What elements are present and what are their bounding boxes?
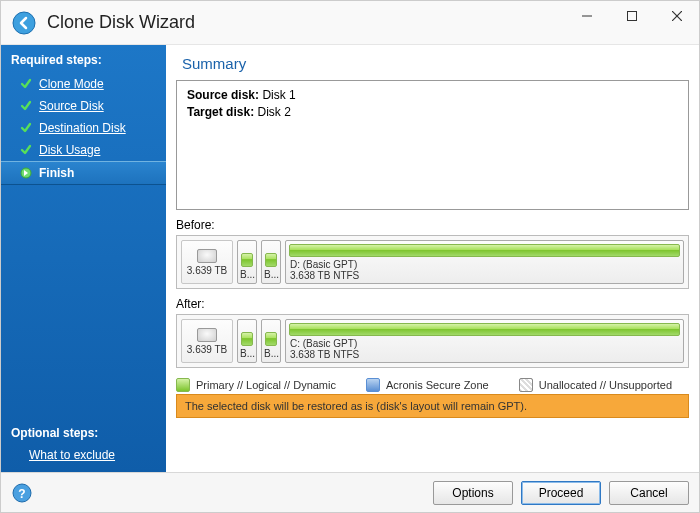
main-content: Summary Source disk: Disk 1 Target disk:… [166, 45, 699, 472]
help-button[interactable]: ? [11, 482, 33, 504]
what-to-exclude-link[interactable]: What to exclude [1, 444, 166, 472]
notice-bar: The selected disk will be restored as is… [176, 394, 689, 418]
check-icon [19, 121, 33, 135]
after-label: After: [176, 297, 689, 311]
required-steps-label: Required steps: [1, 45, 166, 73]
disk-icon[interactable]: 3.639 TB [181, 319, 233, 363]
partition[interactable]: B... [261, 319, 281, 363]
unallocated-swatch-icon [519, 378, 533, 392]
step-destination-disk[interactable]: Destination Disk [1, 117, 166, 139]
optional-steps-label: Optional steps: [1, 418, 166, 444]
step-label: Disk Usage [39, 143, 100, 157]
bottom-bar: ? Options Proceed Cancel [1, 472, 699, 512]
step-clone-mode[interactable]: Clone Mode [1, 73, 166, 95]
step-finish[interactable]: Finish [1, 161, 166, 185]
before-disk-row: 3.639 TB B... B... D: (Basic GPT) 3.638 … [176, 235, 689, 289]
legend-primary: Primary // Logical // Dynamic [176, 378, 336, 392]
before-label: Before: [176, 218, 689, 232]
window-controls [564, 1, 699, 31]
check-icon [19, 99, 33, 113]
legend: Primary // Logical // Dynamic Acronis Se… [176, 378, 689, 392]
step-label: Clone Mode [39, 77, 104, 91]
partition[interactable]: B... [261, 240, 281, 284]
secure-swatch-icon [366, 378, 380, 392]
before-section: Before: 3.639 TB B... B... D: (Ba [176, 218, 689, 289]
hdd-icon [197, 328, 217, 342]
summary-box: Source disk: Disk 1 Target disk: Disk 2 [176, 80, 689, 210]
check-icon [19, 77, 33, 91]
disk-icon[interactable]: 3.639 TB [181, 240, 233, 284]
partition[interactable]: B... [237, 240, 257, 284]
after-disk-row: 3.639 TB B... B... C: (Basic GPT) 3.638 … [176, 314, 689, 368]
svg-point-0 [13, 12, 35, 34]
proceed-button[interactable]: Proceed [521, 481, 601, 505]
close-button[interactable] [654, 1, 699, 31]
titlebar: Clone Disk Wizard [1, 1, 699, 45]
step-source-disk[interactable]: Source Disk [1, 95, 166, 117]
step-disk-usage[interactable]: Disk Usage [1, 139, 166, 161]
step-label: Destination Disk [39, 121, 126, 135]
back-button[interactable] [11, 10, 37, 36]
window-title: Clone Disk Wizard [47, 12, 195, 33]
disk-size: 3.639 TB [187, 265, 227, 276]
hdd-icon [197, 249, 217, 263]
options-button[interactable]: Options [433, 481, 513, 505]
primary-swatch-icon [176, 378, 190, 392]
legend-secure: Acronis Secure Zone [366, 378, 489, 392]
after-section: After: 3.639 TB B... B... C: (Bas [176, 297, 689, 368]
minimize-button[interactable] [564, 1, 609, 31]
page-title: Summary [166, 45, 699, 80]
arrow-right-icon [19, 166, 33, 180]
cancel-button[interactable]: Cancel [609, 481, 689, 505]
maximize-button[interactable] [609, 1, 654, 31]
partition[interactable]: C: (Basic GPT) 3.638 TB NTFS [285, 319, 684, 363]
svg-rect-2 [627, 12, 636, 21]
step-label: Finish [39, 166, 74, 180]
partition[interactable]: B... [237, 319, 257, 363]
legend-unallocated: Unallocated // Unsupported [519, 378, 672, 392]
step-label: Source Disk [39, 99, 104, 113]
svg-text:?: ? [18, 486, 25, 500]
check-icon [19, 143, 33, 157]
disk-size: 3.639 TB [187, 344, 227, 355]
partition[interactable]: D: (Basic GPT) 3.638 TB NTFS [285, 240, 684, 284]
sidebar: Required steps: Clone Mode Source Disk D… [1, 45, 166, 472]
